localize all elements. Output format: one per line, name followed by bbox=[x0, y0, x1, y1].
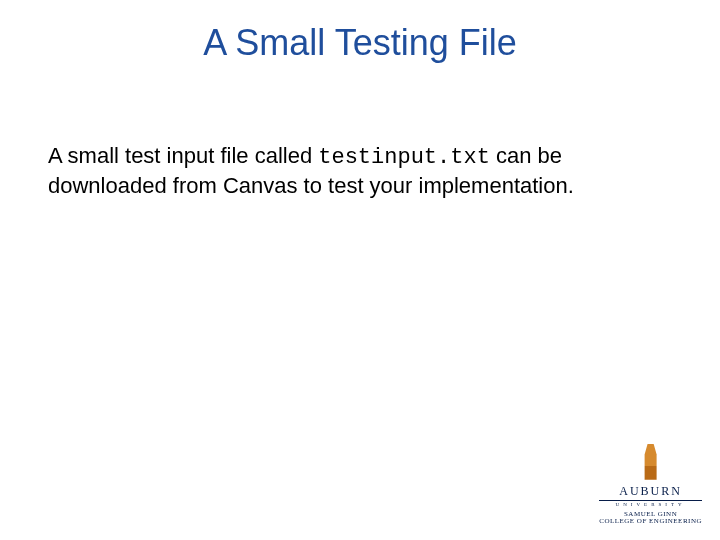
slide: A Small Testing File A small test input … bbox=[0, 0, 720, 540]
university-subtext: UNIVERSITY bbox=[599, 502, 702, 507]
slide-title: A Small Testing File bbox=[0, 22, 720, 64]
college-line2: COLLEGE OF ENGINEERING bbox=[599, 518, 702, 526]
slide-body: A small test input file called testinput… bbox=[48, 142, 672, 199]
tower-icon bbox=[641, 444, 661, 480]
body-text-prefix: A small test input file called bbox=[48, 143, 318, 168]
university-logo: AUBURN UNIVERSITY SAMUEL GINN COLLEGE OF… bbox=[599, 444, 702, 526]
university-name: AUBURN bbox=[599, 484, 702, 501]
body-code-filename: testinput.txt bbox=[318, 145, 490, 170]
college-name: SAMUEL GINN COLLEGE OF ENGINEERING bbox=[599, 511, 702, 526]
